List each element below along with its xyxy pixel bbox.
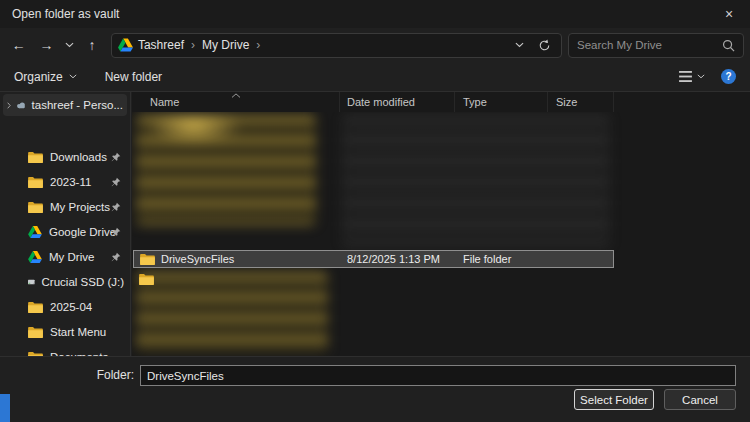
cancel-label: Cancel bbox=[682, 394, 718, 406]
chevron-down-icon bbox=[69, 74, 77, 79]
pin-icon bbox=[111, 252, 121, 262]
sidebar-item-google-drive[interactable]: Google Drive bbox=[0, 219, 130, 244]
sidebar-item-my-drive[interactable]: My Drive bbox=[0, 244, 130, 269]
column-header-name[interactable]: Name bbox=[132, 92, 340, 112]
sidebar-item-downloads[interactable]: Downloads bbox=[0, 144, 130, 169]
open-folder-dialog: Open folder as vault × ← → ↑ Tashreef › … bbox=[0, 0, 750, 422]
chevron-down-icon bbox=[697, 74, 705, 79]
pin-icon bbox=[111, 177, 121, 187]
sidebar-item-2023-11[interactable]: 2023-11 bbox=[0, 169, 130, 194]
column-header-row: Name Date modified Type Size bbox=[132, 92, 750, 112]
organize-button[interactable]: Organize bbox=[14, 70, 77, 84]
navigation-bar: ← → ↑ Tashreef › My Drive › bbox=[0, 28, 750, 62]
sidebar-item-label: Downloads bbox=[50, 151, 107, 163]
folder-icon bbox=[28, 301, 43, 313]
column-label: Date modified bbox=[347, 96, 415, 108]
sort-ascending-icon bbox=[231, 93, 241, 98]
sidebar-item-my-projects[interactable]: My Projects bbox=[0, 194, 130, 219]
blurred-content-region bbox=[136, 115, 316, 225]
search-box bbox=[568, 33, 744, 58]
address-dropdown-button[interactable] bbox=[510, 34, 530, 56]
sidebar-item-label: My Drive bbox=[49, 251, 94, 263]
select-folder-button[interactable]: Select Folder bbox=[574, 389, 654, 410]
column-label: Name bbox=[150, 96, 179, 108]
refresh-icon bbox=[538, 39, 551, 52]
new-folder-label: New folder bbox=[105, 70, 162, 84]
sidebar-item-label: Crucial SSD (J:) bbox=[42, 276, 124, 288]
google-drive-icon bbox=[28, 226, 42, 238]
breadcrumb-separator: › bbox=[254, 38, 262, 52]
back-icon: ← bbox=[12, 37, 26, 53]
organize-label: Organize bbox=[14, 70, 63, 84]
help-icon: ? bbox=[725, 71, 731, 82]
folder-icon bbox=[28, 201, 43, 213]
forward-icon: → bbox=[40, 37, 54, 53]
folder-icon bbox=[140, 253, 155, 265]
column-label: Size bbox=[556, 96, 577, 108]
column-header-date-modified[interactable]: Date modified bbox=[340, 92, 455, 112]
sidebar-item-label: 2023-11 bbox=[50, 176, 91, 188]
file-list-pane: Name Date modified Type Size bbox=[132, 92, 750, 356]
file-type-cell: File folder bbox=[455, 253, 548, 265]
sidebar-item-start-menu[interactable]: Start Menu bbox=[0, 319, 130, 344]
column-header-size[interactable]: Size bbox=[548, 92, 614, 112]
folder-name-input[interactable] bbox=[140, 365, 736, 386]
sidebar-item-label: 2025-04 bbox=[50, 301, 92, 313]
breadcrumb-root[interactable]: Tashreef bbox=[138, 38, 184, 52]
search-input[interactable] bbox=[577, 39, 716, 51]
disk-drive-icon bbox=[28, 277, 35, 287]
folder-icon bbox=[28, 326, 43, 338]
folder-icon bbox=[28, 151, 43, 163]
file-name-cell: DriveSyncFiles bbox=[134, 253, 340, 265]
close-button[interactable]: × bbox=[708, 0, 750, 28]
search-icon bbox=[722, 39, 735, 52]
pin-icon bbox=[111, 152, 121, 162]
close-icon: × bbox=[725, 6, 733, 22]
forward-button[interactable]: → bbox=[34, 32, 60, 58]
pin-icon bbox=[111, 202, 121, 212]
address-bar[interactable]: Tashreef › My Drive › bbox=[111, 33, 562, 58]
column-header-filler bbox=[614, 92, 750, 112]
file-name: DriveSyncFiles bbox=[161, 253, 234, 265]
dialog-footer: Folder: Select Folder Cancel bbox=[0, 356, 750, 422]
sidebar-item-onedrive-root[interactable]: tashreef - Perso... bbox=[3, 94, 127, 116]
folder-field-label: Folder: bbox=[58, 368, 134, 382]
sidebar-item-label: tashreef - Perso... bbox=[32, 99, 123, 111]
dialog-title: Open folder as vault bbox=[12, 7, 119, 21]
new-folder-button[interactable]: New folder bbox=[105, 70, 162, 84]
change-view-button[interactable] bbox=[679, 71, 705, 82]
sidebar-item-documents[interactable]: Documents bbox=[0, 344, 130, 356]
chevron-down-icon bbox=[65, 42, 74, 48]
back-button[interactable]: ← bbox=[6, 32, 32, 58]
cancel-button[interactable]: Cancel bbox=[664, 389, 736, 410]
up-icon: ↑ bbox=[89, 37, 96, 53]
sidebar-item-label: My Projects bbox=[50, 201, 110, 213]
folder-icon bbox=[139, 273, 154, 285]
up-button[interactable]: ↑ bbox=[79, 32, 105, 58]
sidebar-item-label: Start Menu bbox=[50, 326, 106, 338]
refresh-button[interactable] bbox=[535, 34, 555, 56]
command-toolbar: Organize New folder ? bbox=[0, 62, 750, 92]
google-drive-icon bbox=[28, 251, 42, 263]
browser-body: tashreef - Perso... Downloads 2023-11 My… bbox=[0, 92, 750, 356]
breadcrumb-current[interactable]: My Drive bbox=[202, 38, 249, 52]
sidebar-pinned-list: Downloads 2023-11 My Projects bbox=[0, 144, 130, 356]
blurred-content-region bbox=[136, 272, 328, 354]
toolbar-right-group: ? bbox=[679, 69, 736, 84]
select-folder-label: Select Folder bbox=[580, 394, 648, 406]
sidebar-item-2025-04[interactable]: 2025-04 bbox=[0, 294, 130, 319]
sidebar-item-crucial-ssd[interactable]: Crucial SSD (J:) bbox=[0, 269, 130, 294]
breadcrumb-separator: › bbox=[189, 38, 197, 52]
column-header-type[interactable]: Type bbox=[455, 92, 548, 112]
chevron-right-icon bbox=[7, 101, 11, 110]
file-row-drivesyncfiles[interactable]: DriveSyncFiles 8/12/2025 1:13 PM File fo… bbox=[133, 250, 614, 268]
title-bar: Open folder as vault bbox=[0, 0, 750, 28]
google-drive-icon bbox=[118, 38, 133, 52]
column-label: Type bbox=[463, 96, 487, 108]
recent-locations-button[interactable] bbox=[61, 32, 77, 58]
cloud-icon bbox=[16, 100, 26, 110]
help-button[interactable]: ? bbox=[721, 69, 736, 84]
file-rows-area: DriveSyncFiles 8/12/2025 1:13 PM File fo… bbox=[132, 112, 750, 356]
chevron-down-icon bbox=[515, 42, 524, 48]
navigation-pane: tashreef - Perso... Downloads 2023-11 My… bbox=[0, 92, 131, 356]
